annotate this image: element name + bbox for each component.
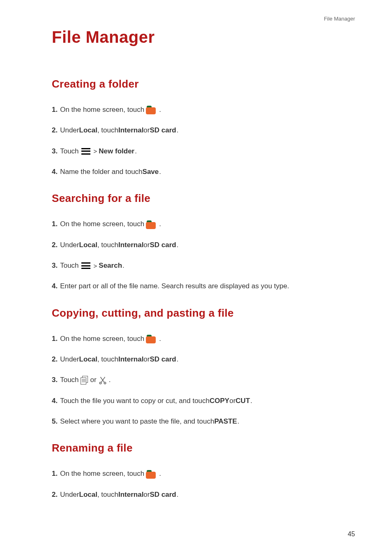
- label-local: Local: [79, 354, 97, 365]
- step-text: .: [159, 334, 161, 344]
- list-item: 2. Under Local , touch Internal or SD ca…: [52, 489, 357, 500]
- step-text: Under: [60, 489, 79, 500]
- step-text: .: [159, 219, 161, 229]
- list-item: 1. On the home screen, touch .: [52, 334, 357, 344]
- step-number: 4.: [52, 396, 58, 406]
- label-local: Local: [79, 489, 97, 500]
- step-number: 4.: [52, 281, 58, 292]
- step-number: 1.: [52, 219, 58, 229]
- step-text: or: [143, 489, 150, 500]
- step-text: Enter part or all of the file name. Sear…: [60, 281, 289, 292]
- steps-copying: 1. On the home screen, touch . 2. Under …: [52, 334, 357, 427]
- label-local: Local: [79, 240, 97, 250]
- label-sdcard: SD card: [150, 489, 176, 500]
- label-internal: Internal: [118, 489, 143, 500]
- step-text: On the home screen, touch: [60, 219, 144, 229]
- step-text: Under: [60, 125, 79, 136]
- label-paste: PASTE: [214, 416, 237, 427]
- folder-icon: [146, 220, 157, 229]
- step-text: .: [135, 146, 137, 157]
- step-text: or: [143, 125, 150, 136]
- list-item: 3. Touch > New folder .: [52, 146, 357, 157]
- copy-icon: [81, 376, 89, 385]
- step-text: .: [159, 468, 161, 479]
- step-number: 2.: [52, 125, 58, 136]
- steps-creating: 1. On the home screen, touch . 2. Under …: [52, 104, 357, 177]
- step-text: Under: [60, 240, 79, 250]
- step-text: .: [159, 104, 161, 115]
- step-text: Touch: [60, 146, 78, 157]
- list-item: 3. Touch > Search .: [52, 260, 357, 271]
- label-new-folder: New folder: [99, 146, 134, 157]
- step-text: , touch: [97, 240, 118, 250]
- section-heading-copying: Copying, cutting, and pasting a file: [52, 307, 357, 320]
- step-number: 3.: [52, 375, 58, 385]
- list-item: 1. On the home screen, touch .: [52, 468, 357, 479]
- step-text: or: [90, 375, 97, 385]
- page-number: 45: [348, 531, 355, 538]
- step-text: .: [177, 354, 179, 365]
- section-heading-creating: Creating a folder: [52, 78, 357, 90]
- label-sdcard: SD card: [150, 125, 176, 136]
- step-text: Touch the file you want to copy or cut, …: [60, 396, 210, 406]
- step-text: , touch: [97, 125, 118, 136]
- label-local: Local: [79, 125, 97, 136]
- label-internal: Internal: [118, 125, 143, 136]
- step-text: .: [250, 396, 252, 406]
- step-text: On the home screen, touch: [60, 334, 144, 344]
- list-item: 5. Select where you want to paste the fi…: [52, 416, 357, 427]
- page-title: File Manager: [52, 28, 357, 46]
- step-text: On the home screen, touch: [60, 468, 144, 479]
- label-internal: Internal: [118, 354, 143, 365]
- menu-icon: [81, 148, 90, 155]
- step-text: .: [159, 167, 161, 177]
- step-number: 2.: [52, 240, 58, 250]
- menu-icon: [81, 262, 90, 269]
- step-text: Touch: [60, 375, 78, 385]
- list-item: 1. On the home screen, touch .: [52, 219, 357, 229]
- list-item: 4. Touch the file you want to copy or cu…: [52, 396, 357, 406]
- step-text: .: [177, 489, 179, 500]
- step-text: , touch: [97, 489, 118, 500]
- step-number: 3.: [52, 260, 58, 271]
- step-text: or: [229, 396, 235, 406]
- label-sdcard: SD card: [150, 354, 176, 365]
- list-item: 2. Under Local , touch Internal or SD ca…: [52, 240, 357, 250]
- step-text: or: [143, 240, 150, 250]
- list-item: 2. Under Local , touch Internal or SD ca…: [52, 354, 357, 365]
- label-sdcard: SD card: [150, 240, 176, 250]
- step-text: .: [177, 125, 179, 136]
- label-internal: Internal: [118, 240, 143, 250]
- step-number: 1.: [52, 468, 58, 479]
- step-text: .: [238, 416, 240, 427]
- list-item: 1. On the home screen, touch .: [52, 104, 357, 115]
- list-item: 3. Touch or .: [52, 375, 357, 385]
- chevron-right-icon: >: [94, 146, 97, 156]
- step-number: 1.: [52, 104, 58, 115]
- step-text: Select where you want to paste the file,…: [60, 416, 214, 427]
- step-number: 4.: [52, 167, 58, 177]
- step-text: Touch: [60, 260, 78, 271]
- list-item: 2. Under Local , touch Internal or SD ca…: [52, 125, 357, 136]
- svg-point-0: [99, 382, 101, 384]
- label-copy: COPY: [210, 396, 229, 406]
- svg-point-1: [104, 382, 106, 384]
- folder-icon: [146, 105, 157, 115]
- label-search: Search: [99, 260, 122, 271]
- steps-searching: 1. On the home screen, touch . 2. Under …: [52, 219, 357, 292]
- section-heading-searching: Searching for a file: [52, 192, 357, 205]
- step-number: 2.: [52, 489, 58, 500]
- folder-icon: [146, 334, 157, 344]
- steps-renaming: 1. On the home screen, touch . 2. Under …: [52, 468, 357, 500]
- section-heading-renaming: Renaming a file: [52, 442, 357, 454]
- step-text: or: [143, 354, 150, 365]
- step-number: 5.: [52, 416, 58, 427]
- chevron-right-icon: >: [94, 261, 97, 271]
- list-item: 4. Name the folder and touch Save .: [52, 167, 357, 177]
- step-text: .: [122, 260, 125, 271]
- label-save: Save: [143, 167, 159, 177]
- running-header: File Manager: [324, 16, 355, 22]
- step-text: Under: [60, 354, 79, 365]
- step-text: , touch: [97, 354, 118, 365]
- step-number: 2.: [52, 354, 58, 365]
